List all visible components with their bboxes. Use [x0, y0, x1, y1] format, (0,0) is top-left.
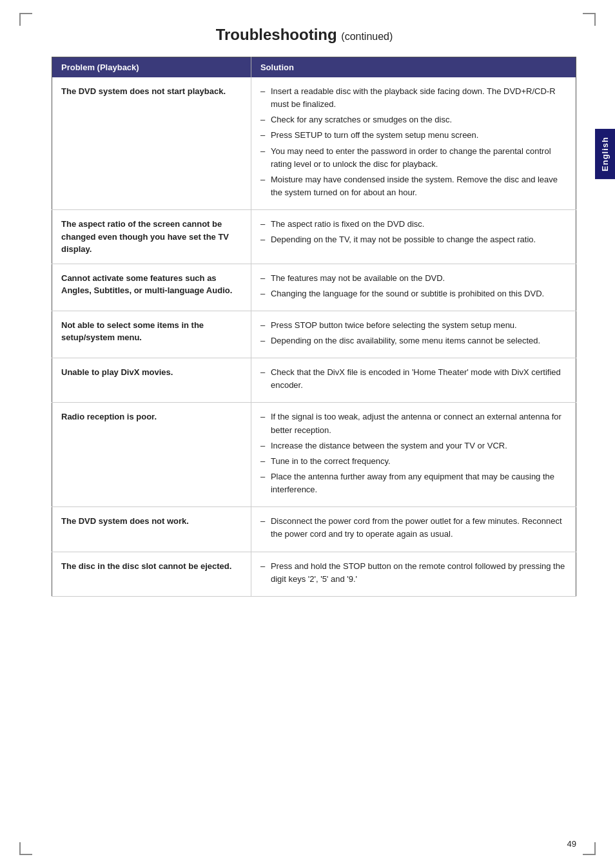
solution-item: Place the antenna further away from any …: [260, 470, 567, 496]
solution-list-5: If the signal is too weak, adjust the an…: [260, 410, 567, 496]
solution-item: Check that the DivX file is encoded in '…: [260, 366, 567, 392]
solution-cell-2: The features may not be available on the…: [251, 264, 576, 311]
solution-item: Press SETUP to turn off the system setup…: [260, 129, 567, 142]
solution-item: The aspect ratio is fixed on the DVD dis…: [260, 218, 567, 231]
page-title: Troubleshooting (continued): [52, 26, 576, 44]
side-tab: English: [595, 129, 615, 179]
solution-item: Depending on the TV, it may not be possi…: [260, 233, 567, 246]
corner-mark-tr: [583, 13, 596, 26]
solution-cell-5: If the signal is too weak, adjust the an…: [251, 403, 576, 507]
table-row: Not able to select some items in the set…: [52, 311, 576, 358]
table-row: The aspect ratio of the screen cannot be…: [52, 210, 576, 264]
table-row: Cannot activate some features such as An…: [52, 264, 576, 311]
page-number: 49: [567, 839, 576, 849]
solution-cell-4: Check that the DivX file is encoded in '…: [251, 358, 576, 403]
corner-mark-tl: [19, 13, 32, 26]
table-row: The DVD system does not work.Disconnect …: [52, 507, 576, 552]
solution-item: Changing the language for the sound or s…: [260, 287, 567, 300]
solution-item: If the signal is too weak, adjust the an…: [260, 410, 567, 436]
table-header-row: Problem (Playback) Solution: [52, 57, 576, 78]
solution-column-header: Solution: [251, 57, 576, 78]
solution-list-1: The aspect ratio is fixed on the DVD dis…: [260, 218, 567, 246]
problem-cell-2: Cannot activate some features such as An…: [52, 264, 251, 311]
corner-mark-br: [583, 842, 596, 855]
solution-list-3: Press STOP button twice before selecting…: [260, 319, 567, 347]
solution-item: Tune in to the correct frequency.: [260, 455, 567, 468]
solution-list-2: The features may not be available on the…: [260, 272, 567, 300]
problem-cell-4: Unable to play DivX movies.: [52, 358, 251, 403]
solution-cell-0: Insert a readable disc with the playback…: [251, 77, 576, 210]
solution-item: Check for any scratches or smudges on th…: [260, 113, 567, 126]
problem-cell-5: Radio reception is poor.: [52, 403, 251, 507]
solution-item: Insert a readable disc with the playback…: [260, 85, 567, 111]
table-row: Unable to play DivX movies.Check that th…: [52, 358, 576, 403]
solution-item: You may need to enter the password in or…: [260, 145, 567, 171]
solution-item: Disconnect the power cord from the power…: [260, 515, 567, 541]
title-continued: (continued): [341, 31, 393, 42]
solution-item: Press STOP button twice before selecting…: [260, 319, 567, 332]
solution-cell-3: Press STOP button twice before selecting…: [251, 311, 576, 358]
table-row: The DVD system does not start playback.I…: [52, 77, 576, 210]
page: English Troubleshooting (continued) Prob…: [0, 0, 615, 868]
problem-column-header: Problem (Playback): [52, 57, 251, 78]
problem-cell-7: The disc in the disc slot cannot be ejec…: [52, 552, 251, 596]
troubleshooting-table: Problem (Playback) Solution The DVD syst…: [52, 57, 576, 597]
solution-cell-6: Disconnect the power cord from the power…: [251, 507, 576, 552]
problem-cell-3: Not able to select some items in the set…: [52, 311, 251, 358]
solution-item: The features may not be available on the…: [260, 272, 567, 285]
solution-item: Depending on the disc availability, some…: [260, 334, 567, 347]
solution-list-4: Check that the DivX file is encoded in '…: [260, 366, 567, 392]
problem-cell-6: The DVD system does not work.: [52, 507, 251, 552]
solution-cell-1: The aspect ratio is fixed on the DVD dis…: [251, 210, 576, 264]
solution-item: Moisture may have condensed inside the s…: [260, 173, 567, 199]
table-row: Radio reception is poor.If the signal is…: [52, 403, 576, 507]
solution-list-7: Press and hold the STOP button on the re…: [260, 560, 567, 586]
solution-item: Press and hold the STOP button on the re…: [260, 560, 567, 586]
title-main: Troubleshooting: [216, 26, 337, 43]
corner-mark-bl: [19, 842, 32, 855]
solution-item: Increase the distance between the system…: [260, 439, 567, 452]
table-row: The disc in the disc slot cannot be ejec…: [52, 552, 576, 596]
problem-cell-0: The DVD system does not start playback.: [52, 77, 251, 210]
solution-list-0: Insert a readable disc with the playback…: [260, 85, 567, 199]
solution-list-6: Disconnect the power cord from the power…: [260, 515, 567, 541]
solution-cell-7: Press and hold the STOP button on the re…: [251, 552, 576, 596]
problem-cell-1: The aspect ratio of the screen cannot be…: [52, 210, 251, 264]
